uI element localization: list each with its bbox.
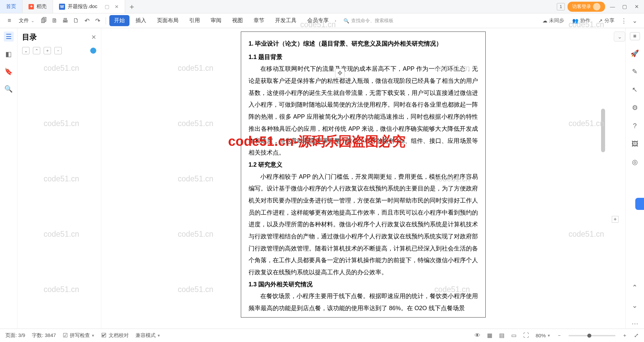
cursor-icon[interactable]: ↖ bbox=[630, 84, 640, 95]
more-tabs-icon[interactable]: › bbox=[335, 18, 336, 23]
scroll-up-icon[interactable]: ⌃ bbox=[630, 282, 640, 292]
left-rail: ☰ ◧ 🔖 🔍 bbox=[0, 28, 17, 329]
undo-icon[interactable]: ↶ bbox=[82, 16, 92, 25]
ribbon: ≡ 文件⌄ 🗐 🗎 🖶 🗋 ↶ ↷ 开始 插入 页面布局 引用 审阅 视图 章节… bbox=[0, 13, 644, 28]
spellcheck-toggle[interactable]: ☑拼写检查▾ bbox=[63, 332, 94, 339]
maximize-button[interactable]: ▢ bbox=[620, 2, 629, 11]
titlebar: 首页 ✦稻壳 W 开题报告.doc ▢ ✕ ＋ 1 访客登录 ― ▢ ✕ bbox=[0, 0, 644, 13]
check-icon: ☑ bbox=[63, 332, 68, 339]
tab-home[interactable]: 首页 bbox=[0, 0, 22, 13]
paragraph-1: 在移动互联网时代下的流量及变现的成本居高不下，APP 作为一个闭环生态，无论是获… bbox=[249, 63, 478, 159]
search-icon: 🔍 bbox=[343, 18, 349, 23]
add-level-button[interactable]: ＋ bbox=[44, 47, 51, 54]
page-indicator[interactable]: 页面: 3/9 bbox=[5, 332, 25, 339]
share-button[interactable]: ↗分享 bbox=[595, 17, 618, 24]
menu-icon[interactable]: ≡ bbox=[5, 16, 14, 25]
bookmark-icon[interactable]: 🔖 bbox=[4, 66, 14, 76]
close-panel-icon[interactable]: ✕ bbox=[91, 34, 96, 41]
tab-view[interactable]: 视图 bbox=[227, 15, 248, 26]
ruler-toggle-icon[interactable]: ≡ bbox=[630, 32, 640, 40]
tab-review[interactable]: 审阅 bbox=[206, 15, 226, 26]
word-count[interactable]: 字数: 3847 bbox=[32, 332, 56, 339]
image-tool-icon[interactable]: 🖼 bbox=[630, 139, 640, 149]
toc-title: 目录 bbox=[22, 32, 37, 42]
document-canvas[interactable]: ✥ + 1. 毕业设计（论文）综述（题目背景、研究意义及国内外相关研究情况） 1… bbox=[101, 28, 625, 329]
help-icon[interactable]: ? bbox=[630, 121, 640, 131]
tab-docer[interactable]: ✦稻壳 bbox=[22, 0, 53, 13]
docer-icon: ✦ bbox=[29, 4, 34, 9]
tab-vip[interactable]: 会员专享 bbox=[303, 15, 333, 26]
target-icon[interactable]: ◎ bbox=[630, 157, 640, 167]
screen-icon[interactable]: ▢ bbox=[105, 4, 109, 10]
sync-button[interactable]: ☁未同步 bbox=[539, 17, 568, 24]
expand-all-button[interactable]: ⌃ bbox=[33, 47, 40, 54]
zoom-value[interactable]: 80%▾ bbox=[536, 333, 550, 338]
tab-start[interactable]: 开始 bbox=[109, 15, 129, 26]
collapse-ribbon-icon[interactable]: ⌄ bbox=[630, 16, 639, 25]
rocket-icon[interactable]: 🚀 bbox=[630, 48, 640, 58]
scroll-down-icon[interactable]: ⌄ bbox=[630, 300, 640, 310]
avatar-icon bbox=[593, 3, 600, 10]
people-icon: 👥 bbox=[572, 18, 579, 24]
proofread-button[interactable]: 🗹文档校对 bbox=[101, 332, 129, 339]
tab-layout[interactable]: 页面布局 bbox=[152, 15, 183, 26]
toc-indicator-icon bbox=[90, 48, 96, 54]
save-icon[interactable]: 🗐 bbox=[39, 16, 49, 25]
section-13: 1.3 国内外相关研究情况 bbox=[249, 279, 478, 291]
fullscreen-icon[interactable]: ⤢ bbox=[634, 332, 639, 339]
find-icon[interactable]: 🔍 bbox=[4, 84, 14, 94]
thumbnail-icon[interactable]: ◧ bbox=[4, 49, 14, 59]
close-window-button[interactable]: ✕ bbox=[632, 2, 641, 11]
document-page: 1. 毕业设计（论文）综述（题目背景、研究意义及国内外相关研究情况） 1.1 题… bbox=[241, 32, 486, 318]
preview-icon[interactable]: 🗋 bbox=[71, 16, 81, 25]
minimize-button[interactable]: ― bbox=[608, 2, 617, 11]
view-web-icon[interactable]: ▭ bbox=[511, 332, 517, 339]
tab-chapter[interactable]: 章节 bbox=[249, 15, 269, 26]
close-tab-icon[interactable]: ✕ bbox=[115, 4, 119, 9]
zoom-out-button[interactable]: － bbox=[557, 332, 562, 339]
collab-button[interactable]: 👥协作 bbox=[569, 17, 594, 24]
tab-document[interactable]: W 开题报告.doc ▢ ✕ bbox=[53, 0, 125, 13]
view-outline-icon[interactable]: ▤ bbox=[499, 332, 504, 339]
more-icon[interactable]: ⋯ bbox=[630, 319, 640, 329]
paragraph-2: 小程序相较于 APP 的入门门槛低，开发周期更短，费用更低，模板化的程序容易编写… bbox=[249, 171, 478, 279]
proof-icon: 🗹 bbox=[101, 332, 107, 339]
tab-insert[interactable]: 插入 bbox=[131, 15, 151, 26]
compat-mode[interactable]: 兼容模式▾ bbox=[136, 332, 160, 339]
settings-icon[interactable]: ⚙ bbox=[630, 103, 640, 113]
zoom-slider[interactable] bbox=[569, 335, 615, 336]
scrollbar-thumb[interactable] bbox=[601, 109, 605, 152]
fit-icon[interactable]: ⛶ bbox=[523, 332, 529, 339]
redo-icon[interactable]: ↷ bbox=[93, 16, 102, 25]
ruler-marker[interactable]: + bbox=[612, 216, 619, 223]
side-flyout-tab[interactable] bbox=[635, 198, 644, 210]
tab-references[interactable]: 引用 bbox=[184, 15, 205, 26]
move-handle-icon[interactable]: ✥ bbox=[335, 68, 344, 78]
collapse-all-button[interactable]: ⌄ bbox=[22, 47, 30, 54]
command-search[interactable]: 🔍查找命令、搜索模板 bbox=[343, 18, 417, 24]
remove-level-button[interactable]: － bbox=[54, 47, 62, 54]
section-11: 1.1 题目背景 bbox=[249, 51, 478, 63]
status-bar: 页面: 3/9 字数: 3847 ☑拼写检查▾ 🗹文档校对 兼容模式▾ 👁 ▦ … bbox=[0, 329, 644, 342]
word-icon: W bbox=[59, 4, 65, 10]
paragraph-3: 在餐饮场景，小程序主要用于线下点餐。根据即速应用的统计，餐饮类小程序使用频率最高… bbox=[249, 290, 478, 314]
section-12: 1.2 研究意义 bbox=[249, 159, 478, 171]
new-tab-button[interactable]: ＋ bbox=[125, 0, 139, 13]
print-icon[interactable]: 🖶 bbox=[61, 16, 70, 25]
view-page-icon[interactable]: ▦ bbox=[487, 332, 492, 339]
view-eye-icon[interactable]: 👁 bbox=[475, 332, 480, 339]
zoom-in-button[interactable]: ＋ bbox=[622, 332, 627, 339]
toc-panel: 目录 ✕ ⌄ ⌃ ＋ － bbox=[17, 28, 101, 329]
pen-icon[interactable]: ✎ bbox=[630, 66, 640, 76]
heading-1: 1. 毕业设计（论文）综述（题目背景、研究意义及国内外相关研究情况） bbox=[249, 38, 478, 50]
main-area: ☰ ◧ 🔖 🔍 目录 ✕ ⌄ ⌃ ＋ － ✥ + 1. 毕业设计（论文）综述（题… bbox=[0, 28, 644, 329]
outline-icon[interactable]: ☰ bbox=[4, 32, 14, 42]
notif-badge[interactable]: 1 bbox=[557, 3, 565, 10]
tab-devtools[interactable]: 开发工具 bbox=[270, 15, 301, 26]
panel-toggle-icon[interactable]: ⌄ bbox=[614, 32, 625, 42]
save-as-icon[interactable]: 🗎 bbox=[50, 16, 59, 25]
kebab-icon[interactable]: ⋮ bbox=[619, 16, 629, 25]
file-menu[interactable]: 文件⌄ bbox=[15, 17, 38, 24]
login-button[interactable]: 访客登录 bbox=[568, 2, 605, 12]
cloud-icon: ☁ bbox=[542, 18, 547, 24]
